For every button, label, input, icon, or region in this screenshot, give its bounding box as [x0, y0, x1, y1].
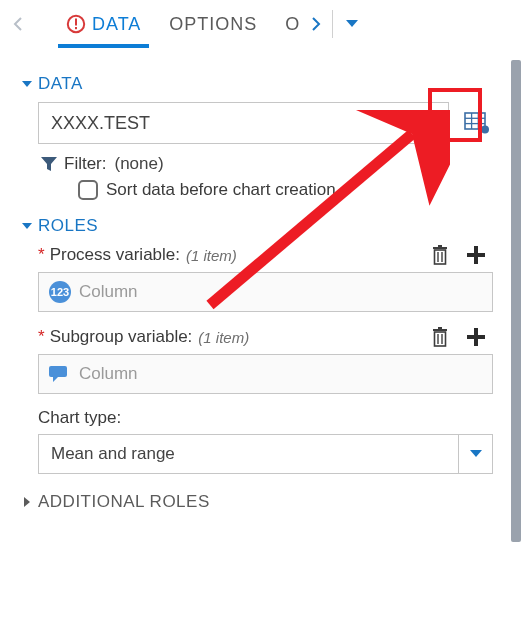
- required-asterisk: *: [38, 327, 45, 347]
- chart-type-value: Mean and range: [51, 444, 175, 464]
- svg-rect-3: [465, 113, 485, 129]
- svg-rect-17: [438, 327, 442, 329]
- required-asterisk: *: [38, 245, 45, 265]
- svg-rect-15: [467, 253, 485, 257]
- plus-icon: [465, 326, 487, 348]
- process-variable-delete-button[interactable]: [429, 244, 451, 266]
- sort-label: Sort data before chart creation: [106, 180, 336, 200]
- svg-rect-18: [435, 332, 446, 346]
- filter-label: Filter:: [64, 154, 107, 174]
- subgroup-variable-label-row: * Subgroup variable: (1 item): [38, 326, 493, 348]
- subgroup-variable-add-button[interactable]: [465, 326, 487, 348]
- funnel-icon: [40, 155, 58, 173]
- svg-rect-2: [75, 27, 77, 29]
- process-variable-dropzone[interactable]: 123 Column: [38, 272, 493, 312]
- data-table-icon: [464, 112, 490, 134]
- svg-rect-10: [438, 245, 442, 247]
- subgroup-variable-label: Subgroup variable:: [50, 327, 193, 347]
- caret-down-icon: [22, 221, 32, 231]
- numeric-type-icon: 123: [49, 281, 71, 303]
- process-variable-placeholder: Column: [79, 282, 138, 302]
- svg-rect-11: [435, 250, 446, 264]
- process-variable-label-row: * Process variable: (1 item): [38, 244, 493, 266]
- sort-checkbox[interactable]: [78, 180, 98, 200]
- chart-type-label-row: Chart type:: [38, 408, 493, 428]
- warning-icon: [66, 14, 86, 34]
- view-data-table-button[interactable]: [457, 103, 497, 143]
- data-source-value: XXXX.TEST: [51, 113, 150, 134]
- section-title: DATA: [38, 74, 83, 94]
- vertical-scrollbar[interactable]: [511, 60, 521, 608]
- subgroup-variable-dropzone[interactable]: Column: [38, 354, 493, 394]
- svg-point-8: [481, 126, 489, 134]
- tab-label: OPTIONS: [169, 14, 257, 35]
- svg-rect-22: [467, 335, 485, 339]
- tab-label: DATA: [92, 14, 141, 35]
- chart-type-label: Chart type:: [38, 408, 121, 428]
- process-variable-count: (1 item): [186, 247, 237, 264]
- tab-bar: DATA OPTIONS O: [0, 0, 523, 48]
- plus-icon: [465, 244, 487, 266]
- chart-type-select[interactable]: Mean and range: [38, 434, 493, 474]
- section-title: ADDITIONAL ROLES: [38, 492, 210, 512]
- data-source-select[interactable]: XXXX.TEST: [38, 102, 449, 144]
- svg-rect-1: [75, 19, 77, 26]
- trash-icon: [429, 326, 451, 348]
- tabs-scroll-left[interactable]: [6, 0, 30, 48]
- subgroup-variable-placeholder: Column: [79, 364, 138, 384]
- caret-down-icon: [22, 79, 32, 89]
- chevron-down-icon: [428, 113, 440, 134]
- section-header-roles[interactable]: ROLES: [22, 216, 497, 236]
- trash-icon: [429, 244, 451, 266]
- process-variable-label: Process variable:: [50, 245, 180, 265]
- category-type-icon: [49, 363, 71, 385]
- sort-row: Sort data before chart creation: [78, 180, 497, 200]
- subgroup-variable-count: (1 item): [198, 329, 249, 346]
- filter-value: (none): [115, 154, 164, 174]
- caret-right-icon: [22, 497, 32, 507]
- svg-rect-16: [433, 329, 447, 331]
- filter-row[interactable]: Filter: (none): [40, 154, 497, 174]
- tab-data[interactable]: DATA: [52, 0, 155, 48]
- tab-options[interactable]: OPTIONS: [155, 0, 271, 48]
- subgroup-variable-delete-button[interactable]: [429, 326, 451, 348]
- svg-rect-9: [433, 247, 447, 249]
- chevron-down-icon: [458, 435, 492, 473]
- process-variable-add-button[interactable]: [465, 244, 487, 266]
- tabs-divider: [332, 10, 333, 38]
- scrollbar-thumb[interactable]: [511, 60, 521, 542]
- tab-label: O: [285, 14, 300, 35]
- section-header-data[interactable]: DATA: [22, 74, 497, 94]
- tab-overflow-fragment[interactable]: O: [271, 0, 304, 48]
- tabs-scroll-right[interactable]: [304, 0, 328, 48]
- tabs-overflow-menu[interactable]: [337, 0, 367, 48]
- section-title: ROLES: [38, 216, 98, 236]
- section-header-additional-roles[interactable]: ADDITIONAL ROLES: [22, 492, 497, 512]
